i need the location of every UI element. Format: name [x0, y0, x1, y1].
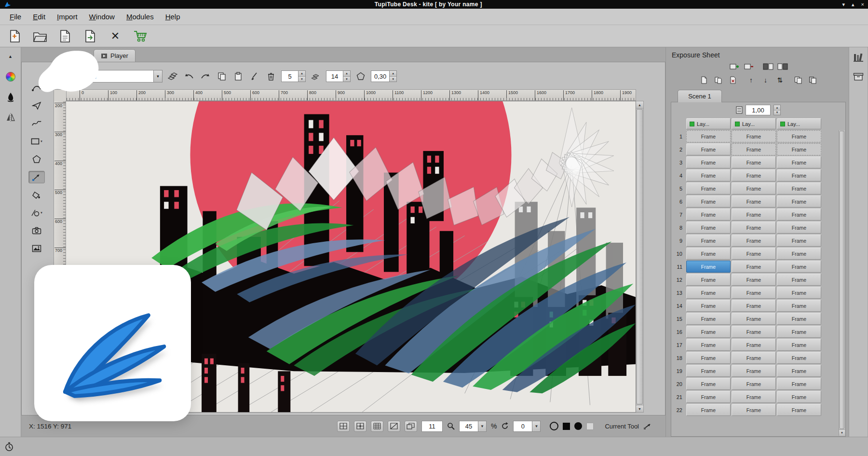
frame-cell[interactable]: Frame	[732, 404, 776, 416]
menu-help[interactable]: Help	[161, 11, 185, 23]
frame-cell[interactable]: Frame	[732, 221, 776, 234]
new-project-button[interactable]	[7, 28, 23, 44]
pen-properties-button[interactable]	[4, 91, 17, 103]
frame-duration-field[interactable]: 1,00	[746, 105, 771, 115]
delete-frame-button[interactable]	[265, 70, 277, 83]
frame-cell[interactable]: Frame	[777, 130, 821, 142]
frame-cell[interactable]: Frame	[732, 365, 776, 377]
layer-visibility-button[interactable]	[762, 61, 774, 72]
frame-cell[interactable]: Frame	[777, 248, 821, 260]
frame-cell[interactable]: Frame	[686, 287, 731, 299]
frame-cell[interactable]: Frame	[732, 195, 776, 207]
frame-cell[interactable]: Frame	[686, 326, 731, 338]
camera-tool-button[interactable]	[28, 224, 45, 237]
smoothness-up-button[interactable]: ▲	[390, 71, 396, 77]
canvas-vertical-scrollbar[interactable]: ▲ ▼	[636, 101, 644, 413]
window-unshade-button[interactable]: ▴	[852, 1, 854, 8]
background-color-swatch[interactable]	[586, 423, 594, 430]
insert-frame-button[interactable]	[698, 75, 710, 85]
frame-cell[interactable]: Frame	[732, 300, 776, 312]
window-close-button[interactable]: ×	[861, 1, 864, 8]
frame-cell[interactable]: Frame	[686, 352, 731, 364]
paste-frame-button[interactable]	[232, 70, 244, 83]
close-project-button[interactable]: ✕	[107, 28, 123, 44]
layer-header[interactable]: Lay...	[686, 118, 731, 129]
frame-cell[interactable]: Frame	[686, 169, 731, 181]
onion-skin-button[interactable]	[166, 70, 179, 83]
frame-cell[interactable]: Frame	[777, 156, 821, 168]
layer-lock-button[interactable]	[777, 61, 788, 72]
scene-tab[interactable]: Scene 1	[678, 90, 722, 102]
exchange-frames-button[interactable]: ⇅	[774, 75, 786, 85]
copy-frame-button[interactable]	[216, 70, 228, 83]
frame-cell[interactable]: Frame	[686, 339, 731, 351]
frame-cell[interactable]: Frame	[777, 182, 821, 194]
store-button[interactable]	[132, 28, 149, 44]
frame-cell[interactable]: Frame	[777, 169, 821, 181]
geometric-tool-button[interactable]: ▾	[28, 207, 45, 219]
frame-cell[interactable]: Frame	[732, 352, 776, 364]
frame-cell[interactable]: Frame	[686, 261, 731, 273]
rotation-angle-field[interactable]: 0	[513, 421, 532, 432]
frame-cell[interactable]: Frame	[732, 287, 776, 299]
smoothness-button[interactable]	[354, 70, 367, 83]
frame-cell[interactable]: Frame	[777, 326, 821, 338]
remove-frame-button[interactable]	[727, 75, 739, 85]
pencil-tool-button[interactable]	[28, 117, 45, 130]
opacity-down-button[interactable]: ▼	[343, 77, 350, 82]
collapse-panel-button[interactable]: ▲	[4, 50, 17, 63]
frame-cell[interactable]: Frame	[686, 143, 731, 155]
menu-file[interactable]: File	[5, 11, 26, 23]
frame-cell[interactable]: Frame	[686, 313, 731, 325]
shapes-tool-button[interactable]: ▾	[28, 135, 45, 148]
show-center-grid-button[interactable]	[354, 421, 366, 432]
frame-cell[interactable]: Frame	[686, 130, 731, 142]
frame-cell[interactable]: Frame	[686, 221, 731, 234]
frame-cell[interactable]: Frame	[732, 339, 776, 351]
objects-panel-button[interactable]	[852, 70, 865, 83]
frame-cell[interactable]: Frame	[732, 182, 776, 194]
frame-number-field[interactable]: 11	[421, 421, 443, 432]
frame-cell[interactable]: Frame	[686, 208, 731, 221]
remove-layer-button[interactable]	[743, 61, 755, 72]
polyline-tool-button[interactable]	[28, 153, 45, 166]
frame-cell[interactable]: Frame	[686, 195, 731, 207]
frame-cell[interactable]: Frame	[732, 130, 776, 142]
foreground-color-swatch[interactable]	[563, 423, 570, 430]
duration-up-button[interactable]: ▲	[774, 105, 780, 111]
frame-cell[interactable]: Frame	[732, 326, 776, 338]
opacity-button[interactable]	[310, 70, 322, 83]
frame-cell[interactable]: Frame	[686, 391, 731, 403]
smoothness-spinner[interactable]: 0,30 ▲▼	[371, 70, 397, 82]
frame-cell[interactable]: Frame	[686, 365, 731, 377]
frame-cell[interactable]: Frame	[686, 248, 731, 260]
frame-cell[interactable]: Frame	[777, 143, 821, 155]
frame-cell[interactable]: Frame	[732, 391, 776, 403]
full-screen-button[interactable]	[405, 421, 417, 432]
prev-frame-action-button[interactable]	[183, 70, 195, 83]
layer-header[interactable]: Lay...	[777, 118, 821, 129]
frame-cell[interactable]: Frame	[777, 391, 821, 403]
frame-cell[interactable]: Frame	[777, 378, 821, 390]
fill-tool-button[interactable]	[28, 189, 45, 201]
frame-cell[interactable]: Frame	[777, 287, 821, 299]
frame-cell[interactable]: Frame	[777, 300, 821, 312]
show-grid-button[interactable]	[337, 421, 350, 432]
zoom-level-field[interactable]: 45	[459, 421, 478, 432]
exposure-scrollbar[interactable]: ▼	[839, 130, 845, 436]
layer-header[interactable]: Lay...	[732, 118, 776, 129]
frame-cell[interactable]: Frame	[732, 378, 776, 390]
menu-modules[interactable]: Modules	[122, 11, 159, 23]
nodes-selection-tool-button[interactable]	[28, 171, 45, 183]
thickness-down-button[interactable]: ▼	[298, 77, 305, 82]
window-shade-button[interactable]: ▾	[842, 1, 845, 8]
frame-cell[interactable]: Frame	[777, 313, 821, 325]
frame-cell[interactable]: Frame	[777, 261, 821, 273]
frame-cell[interactable]: Frame	[777, 404, 821, 416]
open-project-button[interactable]	[32, 28, 48, 44]
frame-cell[interactable]: Frame	[732, 143, 776, 155]
frame-cell[interactable]: Frame	[777, 208, 821, 221]
show-dense-grid-button[interactable]	[371, 421, 383, 432]
menu-import[interactable]: Import	[52, 11, 82, 23]
save-project-button[interactable]	[57, 28, 73, 44]
